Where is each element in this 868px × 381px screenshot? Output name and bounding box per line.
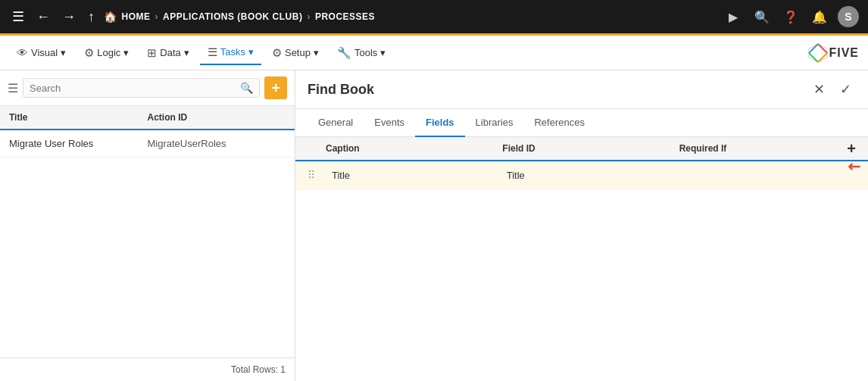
back-icon[interactable]: ← xyxy=(33,6,53,28)
drag-handle-icon: ⠿ xyxy=(308,169,326,181)
right-panel: Find Book ✕ ✓ General Events Fields Libr… xyxy=(295,70,868,381)
breadcrumb-arrow-2: › xyxy=(307,11,311,22)
toolbar-visual[interactable]: 👁 Visual ▾ xyxy=(9,42,73,64)
tabs-bar: General Events Fields Libraries Referenc… xyxy=(295,109,868,137)
table-row[interactable]: Migrate User Roles MigrateUserRoles xyxy=(0,130,295,158)
tab-events[interactable]: Events xyxy=(364,109,415,137)
search-bar: ☰ 🔍 + xyxy=(0,70,295,106)
svg-line-4 xyxy=(818,53,827,62)
svg-marker-0 xyxy=(809,44,827,62)
top-navbar: ☰ ← → ↑ 🏠 HOME › APPLICATIONS (BOOK CLUB… xyxy=(0,0,868,33)
add-button[interactable]: + xyxy=(264,77,287,99)
fields-area: Caption Field ID Required If + ↗ ⠿ Title… xyxy=(295,137,868,381)
table-body: Migrate User Roles MigrateUserRoles xyxy=(0,130,295,358)
left-footer: Total Rows: 1 xyxy=(0,358,295,381)
svg-line-3 xyxy=(809,53,818,62)
breadcrumb-home[interactable]: HOME xyxy=(122,11,151,22)
confirm-button[interactable]: ✓ xyxy=(835,80,856,99)
breadcrumb: 🏠 HOME › APPLICATIONS (BOOK CLUB) › PROC… xyxy=(104,11,375,23)
fields-row[interactable]: ⠿ Title Title xyxy=(295,161,868,189)
left-panel: ☰ 🔍 + Title Action ID Migrate User Roles… xyxy=(0,70,295,381)
toolbar-logic[interactable]: ⚙ Logic ▾ xyxy=(76,42,136,64)
forward-icon[interactable]: → xyxy=(59,6,79,28)
right-header-actions: ✕ ✓ xyxy=(809,80,856,99)
eye-icon: 👁 xyxy=(17,46,28,59)
nav-right-actions: ▶ 🔍 ❓ 🔔 S xyxy=(723,6,859,27)
logic-icon: ⚙ xyxy=(84,46,94,60)
col-header-title: Title xyxy=(9,112,148,123)
toolbar-tasks[interactable]: ☰ Tasks ▾ xyxy=(200,41,261,65)
breadcrumb-arrow-1: › xyxy=(155,11,159,22)
right-panel-title: Find Book xyxy=(308,82,809,98)
tab-references[interactable]: References xyxy=(523,109,595,137)
toolbar-setup[interactable]: ⚙ Setup ▾ xyxy=(264,42,326,64)
fields-add-button[interactable]: + xyxy=(847,140,856,158)
row-title: Migrate User Roles xyxy=(9,138,148,149)
tab-fields[interactable]: Fields xyxy=(415,109,465,137)
table-header: Title Action ID xyxy=(0,106,295,130)
help-icon[interactable]: ❓ xyxy=(780,6,801,27)
tools-icon: 🔧 xyxy=(337,46,351,60)
grid-icon: ⊞ xyxy=(147,46,157,60)
setup-icon: ⚙ xyxy=(272,46,282,60)
home-icon[interactable]: 🏠 xyxy=(104,11,117,23)
field-id-value: Title xyxy=(507,170,682,181)
notification-icon[interactable]: 🔔 xyxy=(809,6,830,27)
svg-line-1 xyxy=(818,44,827,53)
up-icon[interactable]: ↑ xyxy=(85,6,98,28)
breadcrumb-apps[interactable]: APPLICATIONS (BOOK CLUB) xyxy=(163,11,302,22)
search-nav-icon[interactable]: 🔍 xyxy=(751,6,773,27)
right-header: Find Book ✕ ✓ xyxy=(295,70,868,109)
toolbar-data[interactable]: ⊞ Data ▾ xyxy=(139,42,196,64)
tasks-icon: ☰ xyxy=(208,45,217,59)
fields-header: Caption Field ID Required If + ↗ xyxy=(295,137,868,161)
breadcrumb-processes[interactable]: PROCESSES xyxy=(315,11,375,22)
search-input[interactable] xyxy=(30,83,240,94)
tab-general[interactable]: General xyxy=(308,109,364,137)
fields-col-required: Required If xyxy=(679,143,856,154)
user-avatar[interactable]: S xyxy=(838,6,859,27)
col-header-action-id: Action ID xyxy=(148,112,286,123)
field-caption: Title xyxy=(332,170,507,181)
search-icon[interactable]: 🔍 xyxy=(240,82,253,94)
fields-col-field-id: Field ID xyxy=(502,143,679,154)
total-rows-label: Total Rows: 1 xyxy=(231,364,286,375)
tab-libraries[interactable]: Libraries xyxy=(465,109,524,137)
row-action-id: MigrateUserRoles xyxy=(148,138,286,149)
five-logo-text: FIVE xyxy=(829,46,859,60)
five-logo: FIVE xyxy=(807,42,859,64)
filter-icon[interactable]: ☰ xyxy=(8,81,18,95)
toolbar-tools[interactable]: 🔧 Tools ▾ xyxy=(329,42,393,64)
fields-body: ⠿ Title Title xyxy=(295,161,868,381)
secondary-toolbar: 👁 Visual ▾ ⚙ Logic ▾ ⊞ Data ▾ ☰ Tasks ▾ … xyxy=(0,36,868,70)
search-input-wrap: 🔍 xyxy=(23,78,260,98)
five-logo-icon xyxy=(807,42,829,64)
close-button[interactable]: ✕ xyxy=(809,80,829,99)
fields-col-caption: Caption xyxy=(326,143,502,154)
svg-line-2 xyxy=(809,44,818,53)
play-icon[interactable]: ▶ xyxy=(723,6,744,27)
main-area: ☰ 🔍 + Title Action ID Migrate User Roles… xyxy=(0,70,868,381)
menu-icon[interactable]: ☰ xyxy=(9,5,27,28)
